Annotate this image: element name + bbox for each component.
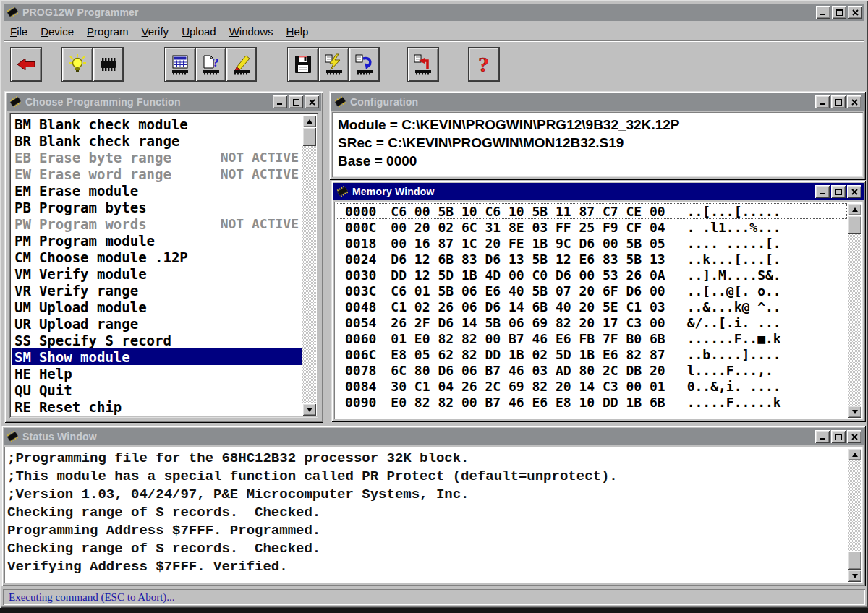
memory-row[interactable]: 0048C1 02 26 06 D6 14 6B 40 20 5E C1 03.…	[336, 299, 847, 314]
list-item[interactable]: UMUpload module	[12, 299, 302, 315]
menu-item[interactable]: Device	[34, 24, 80, 39]
document-question-icon: ?	[200, 53, 222, 75]
list-item[interactable]: HEHelp	[12, 365, 302, 382]
minimize-icon[interactable]	[815, 185, 830, 198]
list-item[interactable]: EWErase word rangeNOT ACTIVE	[12, 166, 302, 182]
status-line: Programming Address $7FFF. Programmed.	[7, 522, 846, 540]
toolbar: ?	[4, 43, 864, 85]
list-item[interactable]: PWProgram wordsNOT ACTIVE	[12, 215, 302, 232]
maximize-icon[interactable]	[832, 6, 846, 19]
list-item[interactable]: BMBlank check module	[12, 116, 302, 132]
memory-row[interactable]: 006001 E0 82 82 00 B7 46 E6 FB 7F B0 6B.…	[336, 330, 847, 346]
list-item[interactable]: REReset chip	[12, 398, 302, 415]
app-title: PROG12W Programmer	[22, 7, 139, 18]
list-item[interactable]: QUQuit	[12, 382, 302, 398]
close-icon[interactable]	[847, 185, 861, 198]
maximize-icon[interactable]	[831, 185, 846, 198]
function-listbox: BMBlank check module BRBlank check range…	[9, 113, 318, 418]
help-question-icon: ?	[473, 53, 495, 75]
list-scrollbar[interactable]	[302, 115, 316, 416]
list-item[interactable]: VMVerify module	[12, 265, 302, 282]
minimize-icon[interactable]	[273, 95, 287, 108]
scrollbar-thumb[interactable]	[302, 127, 316, 146]
list-item[interactable]: PMProgram module	[12, 232, 302, 249]
memory-row[interactable]: 008430 C1 04 26 2C 69 82 20 14 C3 00 010…	[336, 378, 847, 394]
memory-row[interactable]: 001800 16 87 1C 20 FE 1B 9C D6 00 5B 05.…	[336, 235, 847, 251]
function-list: BMBlank check module BRBlank check range…	[12, 116, 302, 415]
close-icon[interactable]	[847, 430, 861, 443]
status-titlebar[interactable]: Status Window	[4, 428, 864, 445]
memory-row[interactable]: 0090E0 82 82 00 B7 46 E6 E8 10 DD 1B 6B.…	[336, 394, 847, 410]
window-title: Configuration	[350, 96, 418, 108]
memory-scrollbar[interactable]	[848, 203, 861, 418]
memory-row[interactable]: 003CC6 01 5B 06 E6 40 5B 07 20 6F D6 00.…	[336, 283, 847, 299]
maximize-icon[interactable]	[831, 430, 846, 443]
configuration-window: Configuration Module = C:\KEVIN\PROGWIN\…	[329, 91, 866, 180]
memory-row[interactable]: 0000C6 00 5B 10 C6 10 5B 11 87 C7 CE 00.…	[336, 203, 847, 219]
configuration-titlebar[interactable]: Configuration	[331, 93, 864, 111]
scroll-down-icon[interactable]	[848, 570, 861, 582]
window-title: Memory Window	[352, 186, 435, 197]
list-item[interactable]: SSSpecify S record	[12, 332, 302, 348]
scrollbar-thumb[interactable]	[848, 551, 861, 570]
program-module-button[interactable]	[318, 48, 349, 81]
list-item[interactable]: BRBlank check range	[12, 132, 302, 149]
status-scrollbar[interactable]	[848, 448, 861, 582]
list-item[interactable]: EBErase byte rangeNOT ACTIVE	[12, 149, 302, 166]
main-titlebar[interactable]: PROG12W Programmer	[4, 4, 864, 21]
list-item[interactable]: VRVerify range	[12, 282, 302, 299]
maximize-icon[interactable]	[289, 95, 303, 108]
status-line: ;Programming file for the 68HC12B32 proc…	[7, 450, 846, 468]
close-icon[interactable]	[305, 95, 319, 108]
menu-item[interactable]: Program	[80, 24, 135, 39]
scroll-down-icon[interactable]	[848, 406, 861, 418]
menu-item[interactable]: Verify	[135, 24, 176, 39]
chip-icon	[6, 431, 19, 442]
choose-function-window: Choose Programming Function BMBlank chec…	[4, 91, 323, 423]
program-lightning-icon	[323, 53, 345, 75]
minimize-icon[interactable]	[815, 95, 830, 108]
choose-function-titlebar[interactable]: Choose Programming Function	[7, 93, 321, 111]
close-icon[interactable]	[848, 6, 862, 19]
blank-check-button[interactable]	[165, 48, 195, 81]
minimize-icon[interactable]	[816, 6, 830, 19]
list-item[interactable]: CMChoose module .12P	[12, 249, 302, 265]
list-item[interactable]: URUpload range	[12, 315, 302, 332]
help-button[interactable]: ?	[469, 48, 499, 81]
upload-module-button[interactable]	[408, 48, 438, 81]
menu-item[interactable]: Upload	[175, 24, 223, 39]
memory-row[interactable]: 0030DD 12 5D 1B 4D 00 C0 D6 00 53 26 0A.…	[336, 267, 847, 283]
memory-row[interactable]: 006CE8 05 62 82 DD 1B 02 5D 1B E6 82 87.…	[336, 346, 847, 362]
chip-button[interactable]	[93, 48, 123, 81]
memory-row[interactable]: 005426 2F D6 14 5B 06 69 82 20 17 C3 00&…	[336, 314, 847, 330]
blank-check-grid-icon	[169, 53, 191, 75]
scrollbar-thumb[interactable]	[848, 215, 861, 234]
verify-module-button[interactable]	[349, 48, 379, 81]
memory-row[interactable]: 00786C 80 D6 06 B7 46 03 AD 80 2C DB 20l…	[336, 362, 847, 378]
status-log-lines: ;Programming file for the 68HC12B32 proc…	[7, 450, 846, 582]
chip-icon	[333, 96, 346, 108]
lightbulb-button[interactable]	[62, 48, 93, 81]
memory-row[interactable]: 000C00 20 02 6C 31 8E 03 FF 25 F9 CF 04.…	[336, 219, 847, 235]
close-icon[interactable]	[847, 95, 861, 108]
list-item[interactable]: EMErase module	[12, 182, 302, 199]
menu-item[interactable]: File	[4, 24, 34, 39]
menu-item[interactable]: Help	[280, 24, 315, 39]
document-question-button[interactable]: ?	[195, 48, 226, 81]
memory-titlebar[interactable]: Memory Window	[333, 183, 864, 200]
erase-pencil-button[interactable]	[226, 48, 256, 81]
minimize-icon[interactable]	[815, 430, 830, 443]
scroll-up-icon[interactable]	[848, 203, 861, 215]
chip-icon	[336, 186, 349, 197]
memory-row[interactable]: 0024D6 12 6B 83 D6 13 5B 12 E6 83 5B 13.…	[336, 251, 847, 267]
save-srec-button[interactable]	[288, 48, 318, 81]
back-arrow-button[interactable]	[11, 48, 41, 81]
scroll-down-icon[interactable]	[302, 403, 316, 416]
scroll-up-icon[interactable]	[302, 115, 316, 127]
maximize-icon[interactable]	[831, 95, 846, 108]
menu-item[interactable]: Windows	[223, 24, 280, 39]
scroll-up-icon[interactable]	[848, 448, 861, 460]
status-bar-message: Executing command (ESC to Abort)...	[9, 591, 175, 604]
list-item[interactable]: PBProgram bytes	[12, 199, 302, 215]
list-item[interactable]: SMShow module	[12, 348, 302, 365]
